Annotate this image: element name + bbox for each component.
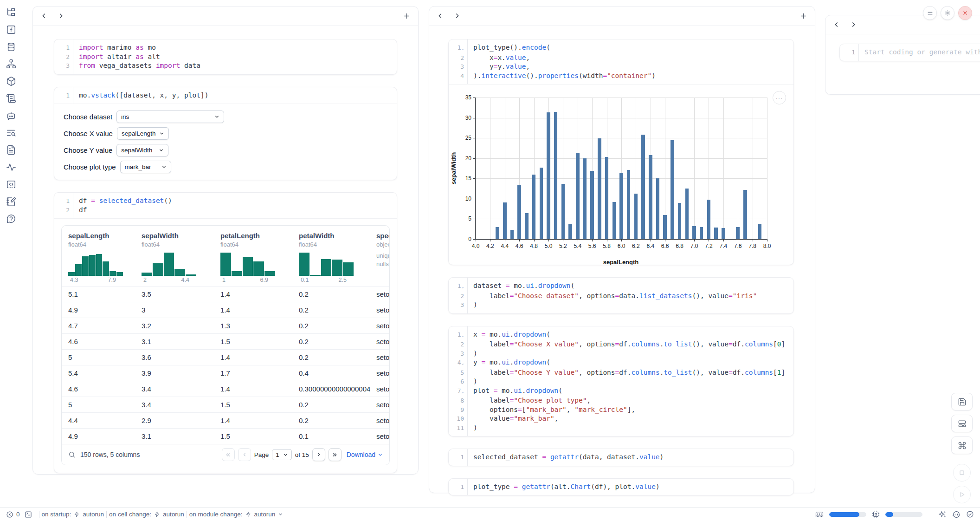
code-editor[interactable]: 1 Start coding or generate with <box>840 44 980 61</box>
column-histogram[interactable] <box>220 253 275 276</box>
chart-bar[interactable] <box>583 158 587 239</box>
cell-dataset-dropdown[interactable]: 1⌄dataset = mo.ui.dropdown(2 label="Choo… <box>448 277 794 314</box>
fold-chevron-icon[interactable]: ⌄ <box>462 46 464 51</box>
chart-bar[interactable] <box>561 184 565 239</box>
code-line[interactable]: 5 label="Choose Y value", options=df.col… <box>449 368 793 378</box>
file-tree-icon[interactable] <box>6 7 16 18</box>
runtime-config-item[interactable]: on module change:autorun <box>189 511 284 518</box>
runtime-config-item[interactable]: on startup:autorun <box>42 511 104 518</box>
database-icon[interactable] <box>6 42 16 52</box>
column-histogram[interactable] <box>299 253 354 276</box>
command-palette-button[interactable] <box>951 436 973 454</box>
dependency-graph-icon[interactable] <box>6 59 16 69</box>
cell-xy-plot-dropdowns[interactable]: 1⌄x = mo.ui.dropdown(2 label="Choose X v… <box>448 326 794 437</box>
chat-bot-icon[interactable] <box>6 111 16 121</box>
dropdown-select[interactable]: mark_bar <box>120 161 171 173</box>
dropdown-select[interactable]: iris <box>116 111 224 123</box>
next-page-button[interactable] <box>312 448 325 461</box>
table-row[interactable]: 4.42.91.40.2setos <box>62 412 389 428</box>
code-line[interactable]: 1mo.vstack([dataset, x, y, plot]) <box>54 91 397 100</box>
cell-selected-dataset[interactable]: 1selected_dataset = getattr(data, datase… <box>448 449 794 466</box>
chevron-left-icon[interactable] <box>833 21 840 28</box>
chart-bar[interactable] <box>590 171 594 239</box>
fold-chevron-icon[interactable]: ⌄ <box>462 333 464 338</box>
cell-plot-type[interactable]: 1plot_type = getattr(alt.Chart(df), plot… <box>448 478 794 496</box>
chart-bar[interactable] <box>503 202 507 239</box>
code-line[interactable]: 1df = selected_dataset() <box>54 196 397 206</box>
chart-menu-button[interactable]: ··· <box>773 91 786 104</box>
help-chat-icon[interactable] <box>6 214 16 224</box>
column-header[interactable]: sepalLengthfloat64 <box>62 226 135 248</box>
first-page-button[interactable] <box>222 448 235 461</box>
close-button[interactable] <box>958 6 972 20</box>
code-line[interactable]: 1⌄plot_type().encode( <box>449 43 793 53</box>
chart-bar[interactable] <box>598 138 601 239</box>
script-scroll-icon[interactable] <box>6 93 16 104</box>
column-header[interactable]: sepalWidthfloat64 <box>135 226 214 248</box>
code-line[interactable]: 2 label="Choose X value", options=df.col… <box>449 340 793 349</box>
chevron-right-icon[interactable] <box>453 12 461 20</box>
chevron-right-icon[interactable] <box>850 21 857 28</box>
chart-bar[interactable] <box>641 135 645 239</box>
cell-imports[interactable]: 1import marimo as mo2import altair as al… <box>54 39 397 75</box>
table-row[interactable]: 4.93.11.50.1setos <box>62 428 389 444</box>
dropdown-select[interactable]: sepalLength <box>117 127 169 140</box>
chart-bar[interactable] <box>656 178 660 239</box>
code-line[interactable]: 11) <box>449 423 793 433</box>
function-square-icon[interactable] <box>6 25 16 35</box>
cell-empty-new[interactable]: 1 Start coding or generate with <box>839 44 980 61</box>
cell-plot[interactable]: 1⌄plot_type().encode(2 x=x.value,3 y=y.v… <box>448 39 794 265</box>
add-cell-icon[interactable] <box>403 12 411 20</box>
code-line[interactable]: 4⌄y = mo.ui.dropdown( <box>449 358 793 368</box>
chart-bar[interactable] <box>525 213 529 239</box>
activity-icon[interactable] <box>6 162 16 172</box>
chart-bar[interactable] <box>540 168 543 239</box>
fold-chevron-icon[interactable]: ⌄ <box>462 284 464 289</box>
chart-bar[interactable] <box>700 227 703 239</box>
code-line[interactable]: 7⌄plot = mo.ui.dropdown( <box>449 386 793 397</box>
table-row[interactable]: 53.41.50.2setos <box>62 397 389 412</box>
chevron-right-icon[interactable] <box>57 12 64 20</box>
code-editor[interactable]: 1mo.vstack([dataset, x, y, plot]) <box>54 87 397 104</box>
code-line[interactable]: 8 label="Choose plot type", <box>449 396 793 405</box>
chart-bar[interactable] <box>619 173 623 239</box>
code-line[interactable]: 2import altair as alt <box>54 52 397 62</box>
table-row[interactable]: 53.61.40.2setos <box>62 349 389 365</box>
code-line[interactable]: 3from vega_datasets import data <box>54 61 397 71</box>
code-snippet-icon[interactable] <box>6 179 16 189</box>
chart-bar[interactable] <box>707 200 711 239</box>
chart-bar[interactable] <box>692 226 696 239</box>
chart-bar[interactable] <box>496 227 499 239</box>
runtime-config-item[interactable]: on cell change:autorun <box>109 511 184 518</box>
chevron-left-icon[interactable] <box>437 12 444 20</box>
settings-button[interactable] <box>941 6 954 20</box>
code-line[interactable]: 2df <box>54 206 397 215</box>
code-line[interactable]: 3) <box>449 349 793 358</box>
table-row[interactable]: 4.63.41.40.30000000000000004setos <box>62 381 389 397</box>
code-line[interactable]: 1plot_type = getattr(alt.Chart(df), plot… <box>449 482 793 492</box>
chart-bar[interactable] <box>649 155 652 239</box>
notebook-edit-icon[interactable] <box>6 196 16 207</box>
add-cell-icon[interactable] <box>799 12 807 20</box>
fold-chevron-icon[interactable]: ⌄ <box>462 361 464 365</box>
column-header[interactable]: speciobjec <box>370 226 389 248</box>
chart-bar[interactable] <box>612 202 616 239</box>
chart-bar[interactable] <box>685 189 689 239</box>
code-editor[interactable]: 1plot_type = getattr(alt.Chart(df), plot… <box>449 479 793 495</box>
editor-placeholder[interactable]: Start coding or generate with <box>858 48 980 57</box>
chart-bar[interactable] <box>627 170 631 239</box>
code-line[interactable]: 1import marimo as mo <box>54 43 397 52</box>
cell-dataframe[interactable]: 1df = selected_dataset()2df sepalLengthf… <box>54 192 397 473</box>
chart-bar[interactable] <box>568 224 572 239</box>
chart-bar[interactable] <box>547 112 550 239</box>
chart-bar[interactable] <box>743 190 747 239</box>
column-header[interactable]: petalWidthfloat64 <box>292 226 370 248</box>
code-line[interactable]: 2 label="Choose dataset", options=data.l… <box>449 292 793 301</box>
chart-bar[interactable] <box>678 203 682 239</box>
download-button[interactable]: Download <box>347 451 383 458</box>
code-editor[interactable]: 1⌄plot_type().encode(2 x=x.value,3 y=y.v… <box>449 39 793 84</box>
package-box-icon[interactable] <box>6 76 16 86</box>
code-line[interactable]: 2 x=x.value, <box>449 53 793 63</box>
doc-search-icon[interactable] <box>6 128 16 138</box>
chart-bar[interactable] <box>714 228 718 239</box>
